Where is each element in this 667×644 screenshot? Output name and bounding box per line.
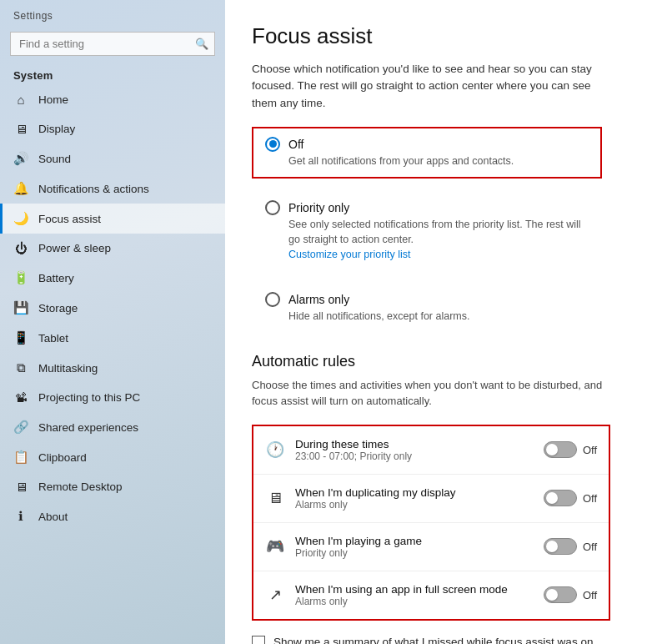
toggle-duplicating-display[interactable] [544, 490, 577, 506]
sidebar-item-notifications[interactable]: 🔔 Notifications & actions [0, 174, 225, 204]
sidebar-item-label-power-sleep: Power & sleep [38, 242, 111, 254]
toggle-wrap-duplicating-display: Off [544, 490, 597, 506]
toggle-label-full-screen: Off [583, 589, 597, 601]
clipboard-icon: 📋 [13, 450, 28, 465]
sidebar-item-display[interactable]: 🖥 Display [0, 114, 225, 143]
sidebar-item-label-storage: Storage [38, 302, 78, 314]
rule-item-playing-game: 🎮When I'm playing a gamePriority onlyOff [253, 523, 609, 571]
rule-item-during-times: 🕐During these times23:00 - 07:00; Priori… [253, 426, 609, 475]
focus-assist-options: OffGet all notifications from your apps … [252, 127, 640, 335]
option-label-off: Off [288, 138, 303, 151]
toggle-wrap-full-screen: Off [544, 586, 597, 603]
auto-rules-description: Choose the times and activities when you… [252, 377, 610, 410]
rule-text-playing-game: When I'm playing a gamePriority only [295, 535, 534, 559]
option-alarms-only[interactable]: Alarms onlyHide all notifications, excep… [252, 282, 602, 335]
sidebar-item-label-battery: Battery [38, 272, 74, 284]
sidebar-item-projecting[interactable]: 📽 Projecting to this PC [0, 383, 225, 412]
search-container: 🔍 [10, 32, 215, 56]
sidebar-item-shared-experiences[interactable]: 🔗 Shared experiences [0, 412, 225, 442]
option-desc-priority-only: See only selected notifications from the… [288, 218, 589, 247]
sidebar-item-label-home: Home [38, 93, 68, 106]
rule-name-during-times: During these times [295, 438, 534, 450]
sidebar-item-label-tablet: Tablet [38, 332, 68, 345]
multitasking-icon: ⧉ [13, 360, 28, 375]
automatic-rules-box: 🕐During these times23:00 - 07:00; Priori… [252, 425, 610, 621]
sidebar-item-focus-assist[interactable]: 🌙 Focus assist [0, 204, 225, 234]
page-description: Choose which notification you'd like to … [252, 61, 602, 112]
rule-icon-playing-game: 🎮 [265, 537, 285, 556]
home-icon: ⌂ [13, 93, 28, 107]
focus-assist-icon: 🌙 [13, 211, 28, 226]
remote-desktop-icon: 🖥 [13, 480, 28, 494]
toggle-wrap-during-times: Off [544, 441, 597, 458]
toggle-during-times[interactable] [544, 441, 577, 458]
sidebar-item-battery[interactable]: 🔋 Battery [0, 263, 225, 293]
rule-icon-full-screen: ↗ [265, 586, 285, 604]
sidebar-item-label-about: About [38, 511, 68, 523]
summary-checkbox-label: Show me a summary of what I missed while… [273, 636, 593, 644]
rule-text-during-times: During these times23:00 - 07:00; Priorit… [295, 438, 534, 462]
sidebar-item-label-notifications: Notifications & actions [38, 183, 149, 195]
search-icon: 🔍 [195, 38, 208, 50]
rule-sub-duplicating-display: Alarms only [295, 499, 534, 511]
sidebar-item-remote-desktop[interactable]: 🖥 Remote Desktop [0, 472, 225, 501]
display-icon: 🖥 [13, 122, 28, 136]
option-off[interactable]: OffGet all notifications from your apps … [252, 127, 602, 179]
sidebar-nav: ⌂ Home 🖥 Display 🔊 Sound 🔔 Notifications… [0, 85, 225, 531]
radio-alarms-only[interactable] [265, 292, 280, 307]
sidebar-item-about[interactable]: ℹ About [0, 501, 225, 531]
option-label-alarms-only: Alarms only [288, 293, 349, 306]
option-desc-off: Get all notifications from your apps and… [288, 154, 589, 169]
rule-sub-full-screen: Alarms only [295, 596, 534, 607]
about-icon: ℹ [13, 509, 28, 524]
toggle-full-screen[interactable] [544, 586, 577, 603]
power-sleep-icon: ⏻ [13, 241, 28, 255]
sidebar-item-storage[interactable]: 💾 Storage [0, 293, 225, 323]
toggle-wrap-playing-game: Off [544, 538, 597, 555]
radio-priority-only[interactable] [265, 200, 280, 215]
rule-name-full-screen: When I'm using an app in full screen mod… [295, 583, 534, 596]
toggle-label-playing-game: Off [583, 541, 597, 553]
sidebar-item-clipboard[interactable]: 📋 Clipboard [0, 442, 225, 472]
sidebar: Settings 🔍 System ⌂ Home 🖥 Display 🔊 Sou… [0, 0, 225, 644]
option-desc-alarms-only: Hide all notifications, except for alarm… [288, 309, 589, 325]
main-content: Focus assist Choose which notification y… [225, 0, 667, 644]
projecting-icon: 📽 [13, 390, 28, 405]
search-input[interactable] [10, 32, 215, 56]
shared-experiences-icon: 🔗 [13, 420, 28, 435]
storage-icon: 💾 [13, 300, 28, 315]
sidebar-item-tablet[interactable]: 📱 Tablet [0, 323, 225, 353]
sidebar-item-label-focus-assist: Focus assist [38, 213, 101, 225]
page-title: Focus assist [252, 23, 640, 49]
rule-sub-during-times: 23:00 - 07:00; Priority only [295, 450, 534, 462]
sidebar-item-power-sleep[interactable]: ⏻ Power & sleep [0, 234, 225, 263]
tablet-icon: 📱 [13, 330, 28, 345]
section-label: System [0, 64, 225, 85]
notifications-icon: 🔔 [13, 181, 28, 196]
sidebar-item-multitasking[interactable]: ⧉ Multitasking [0, 353, 225, 383]
rule-text-full-screen: When I'm using an app in full screen mod… [295, 583, 534, 607]
rule-item-full-screen: ↗When I'm using an app in full screen mo… [253, 571, 609, 619]
rule-text-duplicating-display: When I'm duplicating my displayAlarms on… [295, 486, 534, 511]
sidebar-item-label-shared-experiences: Shared experiences [38, 421, 138, 434]
sidebar-item-home[interactable]: ⌂ Home [0, 85, 225, 114]
window-title: Settings [0, 0, 225, 25]
auto-rules-title: Automatic rules [252, 353, 640, 370]
rule-name-playing-game: When I'm playing a game [295, 535, 534, 547]
sidebar-item-sound[interactable]: 🔊 Sound [0, 143, 225, 174]
sidebar-item-label-sound: Sound [38, 153, 71, 165]
sidebar-item-label-remote-desktop: Remote Desktop [38, 480, 123, 493]
toggle-label-during-times: Off [583, 444, 597, 456]
summary-checkbox-row: Show me a summary of what I missed while… [252, 636, 610, 644]
option-priority-only[interactable]: Priority onlySee only selected notificat… [252, 190, 602, 270]
toggle-playing-game[interactable] [544, 538, 577, 555]
radio-off[interactable] [265, 137, 280, 152]
sidebar-item-label-display: Display [38, 123, 75, 135]
option-label-priority-only: Priority only [288, 201, 349, 214]
option-link-priority-only[interactable]: Customize your priority list [288, 249, 411, 260]
summary-checkbox[interactable] [252, 636, 265, 644]
toggle-label-duplicating-display: Off [583, 492, 597, 505]
battery-icon: 🔋 [13, 270, 28, 285]
rule-icon-during-times: 🕐 [265, 440, 285, 459]
sidebar-item-label-clipboard: Clipboard [38, 451, 87, 464]
